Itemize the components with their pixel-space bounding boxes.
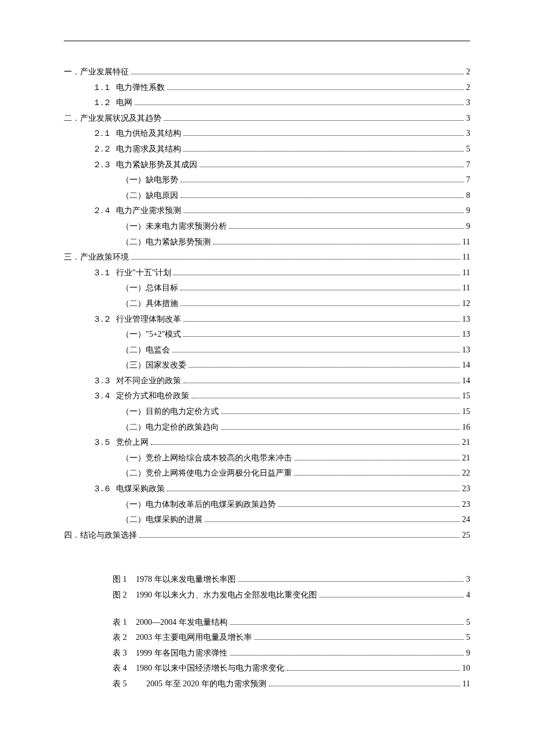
- figure-entry: 图 11978 年以来发电量增长率图3: [113, 572, 470, 588]
- toc-entry-title: 电力弹性系数: [116, 80, 165, 96]
- figure-entry: 图 21990 年以来火力、水力发电占全部发电比重变化图4: [113, 588, 470, 603]
- toc-entry-page: 22: [462, 466, 470, 481]
- leader-dots: [238, 581, 464, 582]
- leader-dots: [189, 367, 460, 368]
- leader-dots: [167, 491, 460, 491]
- toc-entry-title: （二）缺电原因: [121, 188, 178, 204]
- table-page: 10: [462, 661, 470, 676]
- table-page: 11: [463, 676, 470, 692]
- table-page: 9: [466, 646, 470, 661]
- toc-entry-title: （一）未来电力需求预测分析: [121, 219, 227, 235]
- toc-entry-title: 行业管理体制改革: [116, 312, 181, 327]
- toc-entry: （三）国家发改委14: [64, 358, 470, 373]
- figure-page: 3: [466, 572, 470, 588]
- toc-entry-number: １.１: [93, 80, 116, 96]
- leader-dots: [230, 655, 464, 656]
- table-number: 表 1: [113, 615, 136, 631]
- toc-entry: （二）电监会13: [64, 343, 470, 358]
- toc-entry-page: 14: [462, 373, 470, 389]
- toc-entry: １.１电力弹性系数2: [64, 80, 470, 96]
- table-entry: 表 41980 年以来中国经济增长与电力需求变化10: [113, 661, 470, 676]
- toc-entry: 三．产业政策环境11: [64, 250, 470, 265]
- leader-dots: [183, 321, 460, 322]
- toc-entry-number: ３.５: [93, 435, 116, 451]
- toc-entry: 一．产业发展特征2: [64, 64, 470, 80]
- table-number: 表 2: [113, 630, 136, 646]
- toc-entry-title: 定价方式和电价政策: [116, 388, 189, 404]
- leader-dots: [183, 383, 460, 383]
- toc-entry-page: 23: [462, 497, 470, 513]
- table-page: 5: [466, 615, 470, 631]
- toc-entry: （一）"5+2"模式 13: [64, 327, 470, 343]
- leader-dots: [164, 120, 464, 121]
- table-title: 2003 年主要电网用电量及增长率: [136, 630, 252, 646]
- leader-dots: [174, 275, 460, 275]
- toc-entry: ２.２电力需求及其结构5: [64, 142, 470, 157]
- toc-entry-number: ３.３: [93, 373, 116, 389]
- leader-dots: [172, 352, 460, 352]
- leader-dots: [319, 597, 464, 597]
- toc-entry-title: 电力紧缺形势及其成因: [116, 157, 197, 173]
- toc-entry-title: 对不同企业的政策: [116, 373, 181, 389]
- table-title: 2005 年至 2020 年的电力需求预测: [146, 676, 266, 692]
- leader-dots: [181, 197, 464, 198]
- toc-entry-number: 三．: [64, 250, 80, 265]
- leader-dots: [229, 228, 464, 229]
- leader-dots: [181, 290, 460, 290]
- figure-page: 4: [466, 588, 470, 603]
- toc-entry-title: （一）目前的电力定价方式: [121, 404, 219, 420]
- toc-entry: ３.３对不同企业的政策14: [64, 373, 470, 389]
- toc-entry: （二）电煤采购的进展24: [64, 512, 470, 528]
- leader-dots: [230, 624, 464, 625]
- leader-dots: [181, 305, 460, 306]
- table-entry: 表 31999 年各国电力需求弹性9: [113, 646, 470, 661]
- toc-entry-page: 15: [462, 404, 470, 420]
- toc-entry-page: 5: [466, 142, 470, 157]
- figure-number: 图 2: [113, 588, 136, 603]
- leader-dots: [294, 475, 460, 476]
- table-page: 5: [466, 630, 470, 646]
- toc-entry: （二）电力定价的政策趋向16: [64, 420, 470, 435]
- toc-entry-title: （二）竞价上网将使电力企业两极分化日益严重: [121, 466, 292, 481]
- toc-entry-number: ２.２: [93, 142, 116, 157]
- toc-entry-page: 23: [462, 481, 470, 497]
- leader-dots: [183, 336, 460, 337]
- toc-entry-page: 21: [462, 451, 470, 466]
- table-title: 1999 年各国电力需求弹性: [136, 646, 228, 661]
- toc-entry-title: （二）电力定价的政策趋向: [121, 420, 219, 435]
- toc-entry-title: （一）缺电形势: [121, 172, 178, 188]
- toc-entry: ３.５竞价上网21: [64, 435, 470, 451]
- toc-entry-number: ２.１: [93, 126, 116, 142]
- toc-entry-page: 13: [462, 327, 470, 343]
- toc-entry: １.２电网3: [64, 95, 470, 111]
- toc-entry-title: 电煤采购政策: [116, 481, 165, 497]
- toc-entry-page: 11: [463, 280, 470, 296]
- toc-entry: ３.６电煤采购政策23: [64, 481, 470, 497]
- toc-entry-number: ３.１: [93, 265, 116, 281]
- table-entry: 表 5 2005 年至 2020 年的电力需求预测11: [113, 676, 470, 692]
- toc-entry-title: 电网: [116, 95, 132, 111]
- table-title: 1980 年以来中国经济增长与电力需求变化: [136, 661, 284, 676]
- toc-entry: （一）未来电力需求预测分析9: [64, 219, 470, 235]
- toc-entry-page: 25: [462, 528, 470, 543]
- toc-entry: 二．产业发展状况及其趋势3: [64, 111, 470, 127]
- toc-entry-page: 2: [466, 80, 470, 96]
- toc-entry-number: 一．: [64, 64, 80, 80]
- leader-dots: [181, 182, 464, 182]
- toc-entry-page: 11: [463, 235, 470, 250]
- toc-entry-title: （二）具体措施: [121, 296, 178, 312]
- toc-entry: （一）目前的电力定价方式15: [64, 404, 470, 420]
- table-entry: 表 22003 年主要电网用电量及增长率5: [113, 630, 470, 646]
- toc-entry-title: 产业发展状况及其趋势: [80, 111, 161, 127]
- leader-dots: [213, 244, 460, 244]
- toc-entry-title: 竞价上网: [116, 435, 149, 451]
- toc-entry-number: ２.３: [93, 157, 116, 173]
- toc-entry-page: 3: [466, 111, 470, 127]
- toc-entry-title: （二）电力紧缺形势预测: [121, 235, 211, 250]
- toc-entry-page: 11: [463, 250, 470, 265]
- toc-entry-title: （一）"5+2"模式: [121, 327, 181, 343]
- toc-entry-page: 12: [462, 296, 470, 312]
- leader-dots: [139, 537, 460, 538]
- toc-entry-number: ３.６: [93, 481, 116, 497]
- toc-entry-page: 11: [463, 265, 470, 281]
